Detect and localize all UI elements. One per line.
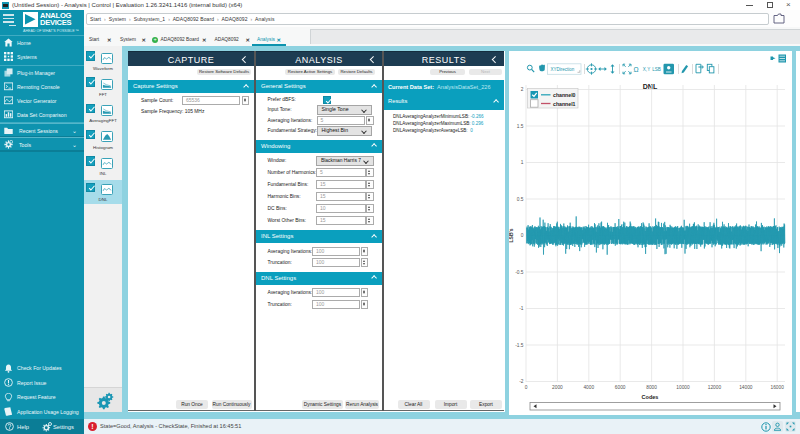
svg-text:2: 2 <box>521 87 524 92</box>
svg-text:2000: 2000 <box>552 385 563 390</box>
svg-text:Codes: Codes <box>642 393 659 399</box>
svg-text:0: 0 <box>525 385 528 390</box>
svg-text:0.5: 0.5 <box>517 196 524 201</box>
svg-text:6000: 6000 <box>615 385 626 390</box>
svg-text:16000: 16000 <box>771 385 785 390</box>
svg-text:-1: -1 <box>519 306 524 311</box>
svg-text:-2: -2 <box>519 379 524 384</box>
svg-text:X,Y: X,Y <box>643 66 650 71</box>
svg-text:-1.5: -1.5 <box>515 342 524 347</box>
svg-text:1: 1 <box>521 160 524 165</box>
svg-text:12000: 12000 <box>708 385 722 390</box>
svg-text:8000: 8000 <box>646 385 657 390</box>
svg-text:14000: 14000 <box>739 385 753 390</box>
svg-text:DNL: DNL <box>643 82 658 89</box>
svg-text:0: 0 <box>521 233 524 238</box>
svg-text:1.5: 1.5 <box>517 123 524 128</box>
svg-text:XYDirection: XYDirection <box>551 66 575 71</box>
svg-text:LSB: LSB <box>652 66 661 71</box>
svg-text:10000: 10000 <box>676 385 690 390</box>
svg-text:-0.5: -0.5 <box>515 269 524 274</box>
svg-text:LSB's: LSB's <box>509 228 514 242</box>
svg-text:Ω: Ω <box>633 65 638 72</box>
svg-text:channel0: channel0 <box>553 91 576 97</box>
svg-text:channel1: channel1 <box>553 100 576 106</box>
svg-text:4000: 4000 <box>583 385 594 390</box>
